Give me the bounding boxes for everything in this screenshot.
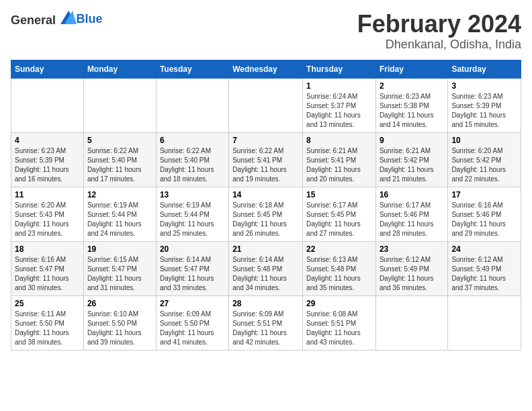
calendar-week-1: 1Sunrise: 6:24 AM Sunset: 5:37 PM Daylig… (11, 78, 521, 132)
day-number: 21 (232, 244, 299, 254)
day-number: 17 (451, 190, 517, 199)
weekday-header-row: SundayMondayTuesdayWednesdayThursdayFrid… (11, 60, 521, 78)
calendar-cell: 27Sunrise: 6:09 AM Sunset: 5:50 PM Dayli… (156, 295, 228, 350)
day-details: Sunrise: 6:14 AM Sunset: 5:48 PM Dayligh… (232, 255, 299, 293)
calendar-week-5: 25Sunrise: 6:11 AM Sunset: 5:50 PM Dayli… (11, 295, 521, 350)
header: General Blue February 2024 Dhenkanal, Od… (11, 11, 521, 52)
day-details: Sunrise: 6:24 AM Sunset: 5:37 PM Dayligh… (306, 92, 372, 130)
day-number: 28 (232, 299, 299, 308)
calendar-cell (375, 295, 447, 350)
day-number: 8 (306, 136, 372, 145)
day-number: 11 (15, 190, 80, 199)
calendar-cell: 11Sunrise: 6:20 AM Sunset: 5:43 PM Dayli… (11, 187, 84, 241)
calendar-cell: 18Sunrise: 6:16 AM Sunset: 5:47 PM Dayli… (11, 241, 84, 295)
day-details: Sunrise: 6:21 AM Sunset: 5:41 PM Dayligh… (306, 146, 372, 184)
calendar-cell: 3Sunrise: 6:23 AM Sunset: 5:39 PM Daylig… (448, 78, 521, 132)
day-details: Sunrise: 6:12 AM Sunset: 5:49 PM Dayligh… (380, 255, 444, 293)
day-details: Sunrise: 6:12 AM Sunset: 5:49 PM Dayligh… (451, 255, 517, 293)
calendar-week-2: 4Sunrise: 6:23 AM Sunset: 5:39 PM Daylig… (11, 132, 521, 187)
calendar-cell (11, 78, 84, 132)
weekday-header-wednesday: Wednesday (229, 60, 303, 78)
day-number: 9 (380, 136, 444, 145)
calendar-cell (83, 78, 156, 132)
weekday-header-saturday: Saturday (448, 60, 521, 78)
day-details: Sunrise: 6:09 AM Sunset: 5:51 PM Dayligh… (232, 310, 299, 347)
day-details: Sunrise: 6:20 AM Sunset: 5:43 PM Dayligh… (15, 201, 80, 238)
logo: General Blue (11, 11, 103, 28)
calendar-cell: 17Sunrise: 6:16 AM Sunset: 5:46 PM Dayli… (448, 187, 521, 241)
logo-blue-text: Blue (77, 12, 103, 26)
calendar-week-4: 18Sunrise: 6:16 AM Sunset: 5:47 PM Dayli… (11, 241, 521, 295)
day-details: Sunrise: 6:14 AM Sunset: 5:47 PM Dayligh… (160, 255, 225, 293)
day-details: Sunrise: 6:21 AM Sunset: 5:42 PM Dayligh… (380, 146, 444, 184)
calendar-cell: 6Sunrise: 6:22 AM Sunset: 5:40 PM Daylig… (156, 132, 228, 187)
calendar-cell: 5Sunrise: 6:22 AM Sunset: 5:40 PM Daylig… (83, 132, 156, 187)
calendar-cell: 10Sunrise: 6:20 AM Sunset: 5:42 PM Dayli… (448, 132, 521, 187)
day-details: Sunrise: 6:10 AM Sunset: 5:50 PM Dayligh… (87, 310, 152, 347)
title-area: February 2024 Dhenkanal, Odisha, India (357, 11, 521, 52)
day-number: 23 (380, 244, 444, 254)
calendar-cell (229, 78, 303, 132)
logo-general-text: General (11, 13, 56, 27)
day-details: Sunrise: 6:11 AM Sunset: 5:50 PM Dayligh… (15, 310, 80, 347)
day-details: Sunrise: 6:16 AM Sunset: 5:47 PM Dayligh… (15, 255, 80, 293)
day-details: Sunrise: 6:20 AM Sunset: 5:42 PM Dayligh… (451, 146, 517, 184)
calendar-cell: 12Sunrise: 6:19 AM Sunset: 5:44 PM Dayli… (83, 187, 156, 241)
day-number: 3 (451, 81, 517, 91)
day-number: 1 (306, 81, 372, 91)
day-number: 5 (87, 136, 152, 145)
calendar-cell: 16Sunrise: 6:17 AM Sunset: 5:46 PM Dayli… (375, 187, 447, 241)
day-number: 20 (160, 244, 225, 254)
calendar-cell: 13Sunrise: 6:19 AM Sunset: 5:44 PM Dayli… (156, 187, 228, 241)
day-number: 25 (15, 299, 80, 308)
day-details: Sunrise: 6:23 AM Sunset: 5:39 PM Dayligh… (451, 92, 517, 130)
logo-icon (60, 11, 77, 24)
day-details: Sunrise: 6:19 AM Sunset: 5:44 PM Dayligh… (160, 201, 225, 238)
calendar-table: SundayMondayTuesdayWednesdayThursdayFrid… (11, 60, 521, 351)
day-number: 13 (160, 190, 225, 199)
day-number: 7 (232, 136, 299, 145)
day-number: 16 (380, 190, 444, 199)
calendar-cell: 4Sunrise: 6:23 AM Sunset: 5:39 PM Daylig… (11, 132, 84, 187)
day-number: 27 (160, 299, 225, 308)
calendar-cell (156, 78, 228, 132)
day-details: Sunrise: 6:23 AM Sunset: 5:38 PM Dayligh… (380, 92, 444, 130)
day-details: Sunrise: 6:22 AM Sunset: 5:40 PM Dayligh… (160, 146, 225, 184)
calendar-cell: 9Sunrise: 6:21 AM Sunset: 5:42 PM Daylig… (375, 132, 447, 187)
weekday-header-thursday: Thursday (303, 60, 376, 78)
calendar-cell: 22Sunrise: 6:13 AM Sunset: 5:48 PM Dayli… (303, 241, 376, 295)
calendar-cell: 26Sunrise: 6:10 AM Sunset: 5:50 PM Dayli… (83, 295, 156, 350)
day-details: Sunrise: 6:22 AM Sunset: 5:40 PM Dayligh… (87, 146, 152, 184)
calendar-cell: 29Sunrise: 6:08 AM Sunset: 5:51 PM Dayli… (303, 295, 376, 350)
day-details: Sunrise: 6:17 AM Sunset: 5:45 PM Dayligh… (306, 201, 372, 238)
day-number: 26 (87, 299, 152, 308)
day-number: 14 (232, 190, 299, 199)
day-number: 12 (87, 190, 152, 199)
day-number: 22 (306, 244, 372, 254)
calendar-cell: 8Sunrise: 6:21 AM Sunset: 5:41 PM Daylig… (303, 132, 376, 187)
calendar-cell: 28Sunrise: 6:09 AM Sunset: 5:51 PM Dayli… (229, 295, 303, 350)
calendar-cell: 19Sunrise: 6:15 AM Sunset: 5:47 PM Dayli… (83, 241, 156, 295)
weekday-header-friday: Friday (375, 60, 447, 78)
day-details: Sunrise: 6:09 AM Sunset: 5:50 PM Dayligh… (160, 310, 225, 347)
day-number: 29 (306, 299, 372, 308)
calendar-cell: 2Sunrise: 6:23 AM Sunset: 5:38 PM Daylig… (375, 78, 447, 132)
calendar-cell (448, 295, 521, 350)
calendar-cell: 7Sunrise: 6:22 AM Sunset: 5:41 PM Daylig… (229, 132, 303, 187)
weekday-header-monday: Monday (83, 60, 156, 78)
day-number: 10 (451, 136, 517, 145)
day-details: Sunrise: 6:18 AM Sunset: 5:45 PM Dayligh… (232, 201, 299, 238)
calendar-cell: 15Sunrise: 6:17 AM Sunset: 5:45 PM Dayli… (303, 187, 376, 241)
calendar-cell: 1Sunrise: 6:24 AM Sunset: 5:37 PM Daylig… (303, 78, 376, 132)
weekday-header-sunday: Sunday (11, 60, 84, 78)
day-details: Sunrise: 6:13 AM Sunset: 5:48 PM Dayligh… (306, 255, 372, 293)
day-number: 19 (87, 244, 152, 254)
day-number: 15 (306, 190, 372, 199)
day-number: 6 (160, 136, 225, 145)
day-number: 18 (15, 244, 80, 254)
calendar-cell: 21Sunrise: 6:14 AM Sunset: 5:48 PM Dayli… (229, 241, 303, 295)
day-details: Sunrise: 6:08 AM Sunset: 5:51 PM Dayligh… (306, 310, 372, 347)
day-details: Sunrise: 6:19 AM Sunset: 5:44 PM Dayligh… (87, 201, 152, 238)
day-details: Sunrise: 6:23 AM Sunset: 5:39 PM Dayligh… (15, 146, 80, 184)
day-number: 4 (15, 136, 80, 145)
